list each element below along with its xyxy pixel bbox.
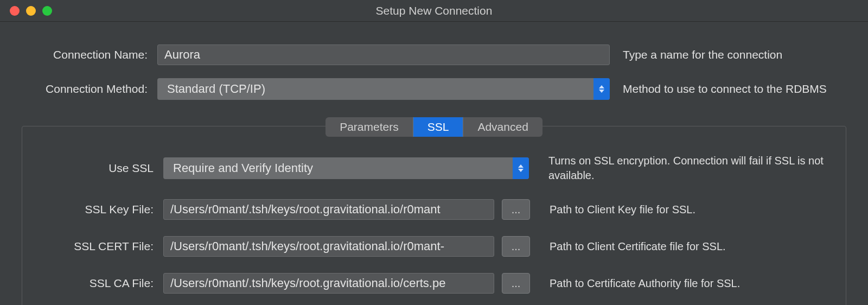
ssl-ca-file-browse-button[interactable]: ...: [502, 273, 530, 294]
connection-name-label: Connection Name:: [22, 48, 157, 61]
use-ssl-label: Use SSL: [44, 162, 163, 175]
ssl-group: Use SSL Require and Verify Identity Turn…: [22, 126, 846, 305]
ssl-cert-file-input[interactable]: [163, 236, 494, 257]
select-updown-icon: [593, 78, 610, 100]
ssl-key-file-row: SSL Key File: ... Path to Client Key fil…: [44, 199, 824, 220]
tab-parameters[interactable]: Parameters: [326, 117, 413, 137]
ssl-cert-file-label: SSL CERT File:: [44, 240, 163, 253]
settings-tabs: Parameters SSL Advanced: [326, 117, 542, 137]
ssl-ca-file-hint: Path to Certificate Authority file for S…: [530, 276, 824, 291]
ssl-cert-file-browse-button[interactable]: ...: [502, 236, 530, 257]
ssl-key-file-browse-button[interactable]: ...: [502, 199, 530, 220]
minimize-window-button[interactable]: [26, 6, 36, 16]
ssl-key-file-hint: Path to Client Key file for SSL.: [530, 202, 824, 217]
window-title: Setup New Connection: [376, 4, 493, 17]
connection-name-input[interactable]: [157, 45, 610, 65]
connection-name-row: Connection Name: Type a name for the con…: [22, 45, 846, 65]
close-window-button[interactable]: [10, 6, 20, 16]
connection-method-label: Connection Method:: [22, 82, 157, 96]
tab-advanced[interactable]: Advanced: [463, 117, 542, 137]
ssl-ca-file-label: SSL CA File:: [44, 277, 163, 290]
use-ssl-row: Use SSL Require and Verify Identity Turn…: [44, 154, 824, 183]
select-updown-icon: [513, 157, 529, 179]
use-ssl-select[interactable]: Require and Verify Identity: [163, 157, 529, 179]
tab-ssl[interactable]: SSL: [413, 117, 464, 137]
ssl-key-file-input[interactable]: [163, 199, 494, 220]
connection-name-hint: Type a name for the connection: [610, 48, 846, 61]
ssl-cert-file-row: SSL CERT File: ... Path to Client Certif…: [44, 236, 824, 257]
window-controls: [10, 6, 52, 16]
ssl-ca-file-input[interactable]: [163, 273, 494, 294]
use-ssl-value: Require and Verify Identity: [163, 161, 313, 175]
connection-method-value: Standard (TCP/IP): [157, 82, 265, 96]
connection-method-row: Connection Method: Standard (TCP/IP) Met…: [22, 78, 846, 100]
connection-method-select[interactable]: Standard (TCP/IP): [157, 78, 610, 100]
use-ssl-hint: Turns on SSL encryption. Connection will…: [529, 154, 824, 183]
ssl-key-file-label: SSL Key File:: [44, 203, 163, 216]
maximize-window-button[interactable]: [42, 6, 52, 16]
ssl-cert-file-hint: Path to Client Certificate file for SSL.: [530, 239, 824, 254]
ssl-ca-file-row: SSL CA File: ... Path to Certificate Aut…: [44, 273, 824, 294]
connection-method-hint: Method to use to connect to the RDBMS: [610, 82, 846, 96]
title-bar: Setup New Connection: [0, 0, 868, 22]
